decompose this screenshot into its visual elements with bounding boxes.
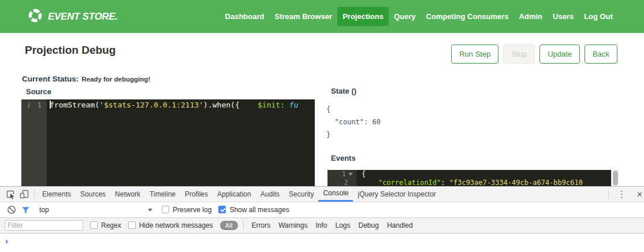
nav-item-projections[interactable]: Projections (337, 7, 389, 26)
show-all-messages-label[interactable]: Show all messages (229, 206, 289, 214)
devtools-tab-application[interactable]: Application (213, 187, 256, 202)
preserve-log-option[interactable]: Preserve log (162, 206, 211, 214)
console-filter-debug[interactable]: Debug (359, 221, 379, 229)
stop-button: Stop (503, 45, 535, 64)
clear-console-icon[interactable] (5, 203, 18, 217)
preserve-log-label[interactable]: Preserve log (173, 206, 211, 214)
code-string: '$stats-127.0.0.1:2113' (99, 101, 203, 109)
page-title: Projection Debug (25, 44, 116, 57)
back-button[interactable]: Back (585, 45, 617, 64)
console-filter-handled[interactable]: Handled (387, 221, 413, 229)
devtools-panel: Elements Sources Network Timeline Profil… (0, 186, 644, 252)
nav-item-log-out[interactable]: Log Out (579, 7, 618, 26)
status-label: Current Status: (22, 75, 79, 83)
context-value: top (39, 206, 49, 214)
regex-checkbox[interactable] (90, 221, 98, 229)
current-status: Current Status: Ready for debugging! (22, 75, 150, 83)
json-key: "correlationId" (378, 179, 441, 186)
nav-item-dashboard[interactable]: Dashboard (220, 7, 270, 26)
source-code-editor[interactable]: i 1 fromStream('$stats-127.0.0.1:2113').… (21, 99, 315, 186)
console-output[interactable]: › (0, 234, 644, 252)
update-button[interactable]: Update (539, 45, 580, 64)
devtools-tab-jquery-selector-inspector[interactable]: jQuery Selector Inspector (353, 187, 440, 202)
regex-label[interactable]: Regex (101, 221, 121, 229)
hide-network-messages-option[interactable]: Hide network messages (128, 221, 213, 229)
brand-text: EVENT STORE. (48, 11, 118, 23)
console-prompt-icon[interactable]: › (0, 234, 8, 245)
devtools-tab-timeline[interactable]: Timeline (145, 187, 180, 202)
devtools-tab-security[interactable]: Security (284, 187, 318, 202)
events-line-2: 2 "correlationId": "f3c93ae7-3334-49cb-a… (327, 179, 619, 186)
events-scrollbar[interactable] (611, 170, 619, 186)
nav-item-admin[interactable]: Admin (514, 7, 548, 26)
line-number: 1 (342, 170, 346, 179)
navbar: EVENT STORE. Dashboard Stream Browser Pr… (0, 0, 644, 33)
events-gutter-2: 2 (327, 179, 356, 186)
brand[interactable]: EVENT STORE. (28, 8, 118, 25)
filter-funnel-icon[interactable] (18, 203, 32, 217)
console-filter-warnings[interactable]: Warnings (278, 221, 307, 229)
source-section-label: Source (26, 87, 51, 96)
code-chain: ).when({ (203, 101, 240, 109)
divider (34, 190, 35, 199)
source-code-line[interactable]: fromStream('$stats-127.0.0.1:2113').when… (47, 99, 315, 110)
execution-context-select[interactable]: top (39, 206, 152, 214)
console-filter-logs[interactable]: Logs (335, 221, 350, 229)
nav-item-stream-browser[interactable]: Stream Browser (269, 7, 337, 26)
run-step-button[interactable]: Run Step (451, 45, 498, 64)
event-store-logo-icon (28, 8, 43, 25)
json-value: "f3c93ae7-3334-49cb-a674-bb9c610 (449, 179, 583, 186)
divider (608, 190, 609, 199)
filter-input[interactable] (5, 220, 83, 231)
scrollbar-thumb[interactable] (613, 171, 618, 186)
nav-item-users[interactable]: Users (548, 7, 579, 26)
code-spacing (240, 101, 258, 109)
info-annotation-icon: i (27, 101, 29, 109)
devtools-tab-console[interactable]: Console (318, 187, 353, 202)
source-editor-gutter: i 1 (21, 99, 47, 186)
inspect-element-icon[interactable] (3, 187, 17, 201)
devtools-tabbar: Elements Sources Network Timeline Profil… (0, 187, 644, 202)
projection-debug-page: EVENT STORE. Dashboard Stream Browser Pr… (0, 0, 644, 252)
preserve-log-checkbox[interactable] (162, 206, 169, 213)
line-number: 2 (344, 179, 348, 186)
devtools-tabbar-right: ⋮ ✕ (605, 189, 644, 199)
line-number: 1 (37, 101, 42, 109)
overflow-menu-icon[interactable]: ⋮ (612, 189, 632, 199)
devtools-tab-profiles[interactable]: Profiles (180, 187, 213, 202)
console-toolbar: top Preserve log Show all messages (0, 202, 644, 218)
state-json: { "count": 60 } (326, 103, 381, 141)
chevron-down-icon (148, 209, 152, 212)
events-editor[interactable]: 1 { 2 "correlationId": "f3c93ae7-3334-49… (327, 170, 619, 186)
devtools-tab-elements[interactable]: Elements (38, 187, 76, 202)
events-code-2: "correlationId": "f3c93ae7-3334-49cb-a67… (356, 179, 583, 186)
hide-network-messages-label[interactable]: Hide network messages (139, 221, 213, 229)
console-filter-bar: Regex Hide network messages All Errors W… (0, 218, 644, 234)
device-toolbar-icon[interactable] (17, 187, 31, 201)
events-gutter-1[interactable]: 1 (327, 170, 356, 179)
devtools-tab-network[interactable]: Network (110, 187, 145, 202)
show-all-messages-option[interactable]: Show all messages (218, 206, 289, 214)
events-line-1: 1 { (327, 170, 619, 179)
code-keyword: fu (285, 101, 298, 109)
nav-item-competing-consumers[interactable]: Competing Consumers (421, 7, 514, 26)
devtools-tab-audits[interactable]: Audits (256, 187, 284, 202)
events-section-label: Events (331, 154, 356, 162)
console-filter-errors[interactable]: Errors (252, 221, 271, 229)
devtools-tab-sources[interactable]: Sources (76, 187, 110, 202)
hide-network-messages-checkbox[interactable] (128, 221, 136, 229)
divider (243, 221, 244, 230)
status-value: Ready for debugging! (81, 76, 150, 83)
fold-arrow-icon[interactable] (348, 173, 353, 176)
show-all-messages-checkbox[interactable] (218, 206, 226, 213)
code-init-key: $init: (258, 101, 285, 109)
main-nav: Dashboard Stream Browser Projections Que… (220, 7, 618, 26)
regex-option[interactable]: Regex (90, 221, 121, 229)
nav-item-query[interactable]: Query (389, 7, 421, 26)
code-call: fromStream( (50, 101, 99, 109)
console-filter-info[interactable]: Info (315, 221, 327, 229)
close-devtools-icon[interactable]: ✕ (632, 190, 644, 199)
action-buttons: Run Step Stop Update Back (451, 45, 617, 64)
console-filter-all[interactable]: All (220, 221, 238, 230)
state-section-label: State () (331, 87, 356, 95)
